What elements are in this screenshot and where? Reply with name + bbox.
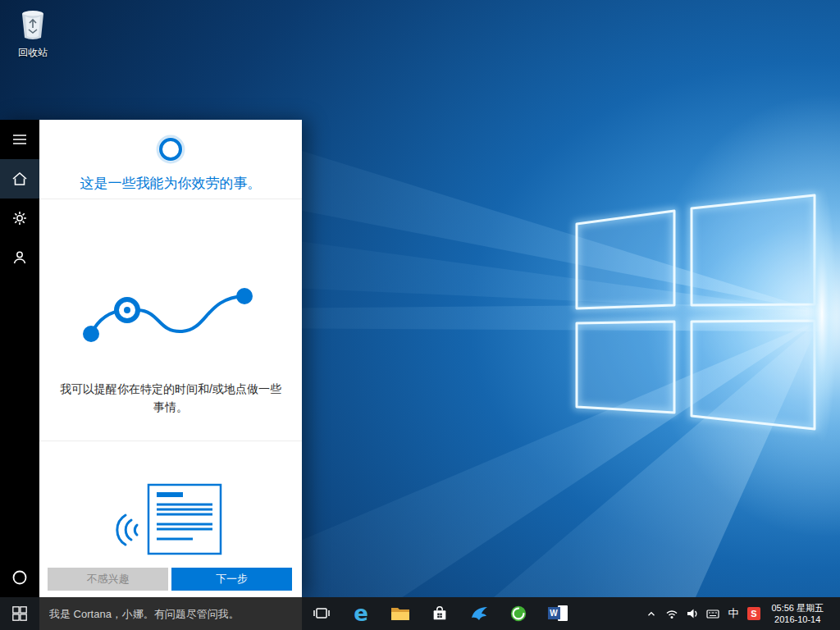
store-icon [431, 605, 449, 623]
reminder-illustration [76, 275, 265, 353]
volume-icon [686, 607, 699, 620]
touch-keyboard-button[interactable] [702, 597, 723, 630]
taskbar-file-explorer-button[interactable] [381, 597, 420, 630]
system-tray: 中 S 05:56 星期五 2016-10-14 [641, 597, 840, 630]
green-browser-icon [509, 605, 527, 623]
taskbar-thunder-button[interactable] [459, 597, 499, 630]
word-icon: W [548, 604, 568, 623]
cortana-flyout: 这是一些我能为你效劳的事。 我可以提醒你在特定的时间和/或地点做一些事情。 [0, 120, 302, 597]
file-explorer-icon [390, 605, 410, 622]
cortana-ring-icon [154, 133, 187, 166]
task-view-icon [313, 605, 331, 623]
cortana-circle-icon [11, 569, 28, 586]
edge-icon: e [354, 603, 368, 624]
ime-language-button[interactable]: 中 [723, 597, 743, 630]
recycle-bin-shortcut[interactable]: 回收站 [10, 8, 56, 60]
recycle-bin-icon [18, 8, 48, 41]
panel-buttons: 不感兴趣 下一步 [48, 568, 292, 591]
task-view-button[interactable] [302, 597, 341, 630]
touch-keyboard-icon [706, 607, 719, 620]
sogou-icon: S [747, 607, 760, 620]
windows-logo-icon [11, 605, 28, 622]
start-button[interactable] [0, 597, 39, 630]
hidden-icons-button[interactable] [641, 597, 661, 630]
feedback-button[interactable] [0, 238, 39, 277]
documents-card: 不感兴趣 下一步 [39, 441, 302, 597]
taskbar-browser-button[interactable] [499, 597, 538, 630]
taskbar-word-button[interactable]: W [538, 597, 578, 630]
home-icon [11, 171, 28, 186]
chevron-up-icon [646, 608, 657, 619]
gear-icon [12, 211, 27, 226]
panel-header: 这是一些我能为你效劳的事。 [39, 120, 302, 199]
reminder-text: 我可以提醒你在特定的时间和/或地点做一些事情。 [57, 380, 284, 416]
network-wifi-icon [665, 607, 678, 620]
hamburger-icon [12, 134, 27, 145]
network-button[interactable] [661, 597, 682, 630]
cortana-search-input[interactable] [39, 597, 302, 630]
menu-button[interactable] [0, 120, 39, 159]
word-letter: W [550, 609, 557, 618]
recycle-bin-label: 回收站 [10, 46, 56, 60]
clock-time: 05:56 星期五 [771, 602, 824, 614]
sidebar-spacer [0, 277, 39, 558]
volume-button[interactable] [682, 597, 702, 630]
cortana-sidebar [0, 120, 39, 597]
thunder-bird-icon [469, 604, 489, 623]
home-button[interactable] [0, 159, 39, 199]
document-illustration [109, 482, 232, 556]
taskbar-edge-button[interactable]: e [341, 597, 381, 630]
reminder-card: 我可以提醒你在特定的时间和/或地点做一些事情。 [39, 199, 302, 441]
sogou-ime-button[interactable]: S [743, 597, 764, 630]
taskbar-store-button[interactable] [420, 597, 459, 630]
not-interested-button[interactable]: 不感兴趣 [48, 568, 168, 591]
cortana-search-bar[interactable] [39, 597, 302, 630]
feedback-person-icon [12, 250, 27, 265]
clock[interactable]: 05:56 星期五 2016-10-14 [764, 602, 831, 625]
settings-button[interactable] [0, 199, 39, 238]
next-button[interactable]: 下一步 [171, 568, 292, 591]
desktop: 回收站 [0, 0, 840, 630]
panel-title: 这是一些我能为你效劳的事。 [39, 174, 302, 193]
cortana-panel: 这是一些我能为你效劳的事。 我可以提醒你在特定的时间和/或地点做一些事情。 [39, 120, 302, 597]
cortana-home-button[interactable] [0, 558, 39, 597]
clock-date: 2016-10-14 [771, 614, 824, 625]
